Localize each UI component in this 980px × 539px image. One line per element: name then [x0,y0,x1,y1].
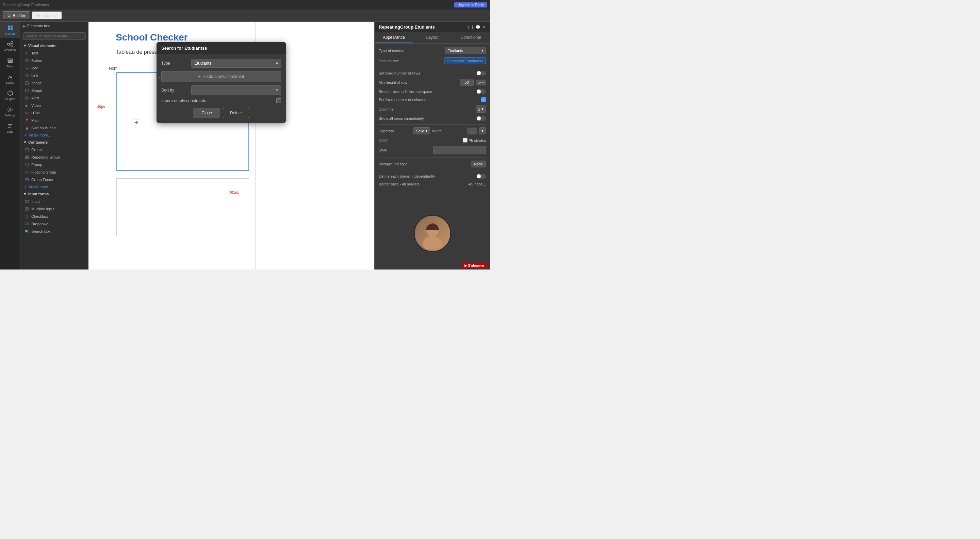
collapse-arrow-button[interactable]: ◀ [133,119,139,125]
ignore-checkbox[interactable] [276,99,281,103]
divider-1 [379,68,486,68]
sidebar-item-search-box[interactable]: 🔍 Search Box [21,227,89,235]
sidebar-bob-label: Built on Bubble [31,126,56,130]
sidebar-searchbox-label: Search Box [31,229,51,234]
fixed-columns-checkbox[interactable]: ✓ [481,97,486,102]
sidebar-item-repeating-group[interactable]: Repeating Group [21,153,89,161]
nav-settings-label: Settings [5,114,16,117]
width-input[interactable] [467,127,477,134]
svg-point-31 [26,179,27,180]
width-unit-select[interactable]: ▾ [479,127,486,134]
add-constraint-plus: + [198,74,201,79]
type-of-content-label: Type of content [379,49,443,53]
help-icon[interactable]: ? [467,25,469,30]
youtube-badge[interactable]: ▶ S'abonner [462,263,487,268]
tab-appearance[interactable]: Appearance [375,32,413,43]
sidebar-item-text[interactable]: T Text [21,49,89,57]
sidebar-item-link[interactable]: Link [21,72,89,79]
tab-layout[interactable]: Layout [413,32,452,43]
nav-styles[interactable]: Styles [0,71,21,87]
sidebar-item-html[interactable]: </> HTML [21,109,89,117]
panel-header-icons: ? ℹ 💬 ✕ [467,25,486,30]
nav-design-label: Design [5,32,14,35]
color-value: #EEEEEE [469,138,486,142]
sidebar-item-popup[interactable]: Popup [21,161,89,169]
tab-responsive[interactable]: Responsive [32,11,63,20]
install-more-containers[interactable]: + Install more... [21,183,89,190]
sidebar-item-group-focus[interactable]: Group Focus [21,176,89,183]
search-input[interactable] [23,32,86,40]
avatar-container [414,215,451,252]
visual-elements-header[interactable]: ▼ Visual elements [21,42,89,49]
sidebar-item-built-on-bubble[interactable]: ◉ Built on Bubble [21,124,89,132]
sidebar-item-group[interactable]: Group [21,146,89,153]
type-select[interactable]: Etudiants ▾ [191,59,281,68]
containers-header[interactable]: ▼ Containers [21,138,89,146]
nav-data[interactable]: Data [0,54,21,71]
svg-rect-11 [8,62,13,63]
sidebar-item-map[interactable]: 📍 Map [21,117,89,124]
tab-conditional[interactable]: Conditional [452,32,490,43]
button-icon [24,58,29,63]
stretch-rows-toggle[interactable] [476,89,486,94]
svg-rect-20 [25,89,28,92]
sidebar-item-alert[interactable]: Alert [21,94,89,102]
min-height-input[interactable] [460,79,474,86]
sidebar-item-checkbox[interactable]: ☑ Checkbox [21,213,89,220]
bg-style-select[interactable]: None [471,161,486,167]
sidebar-search-container [21,30,89,42]
sidebar-item-shape[interactable]: Shape [21,87,89,94]
sidebar-map-label: Map [31,118,38,122]
comment-icon[interactable]: 💬 [476,25,480,30]
nav-logs[interactable]: Logs [0,120,21,136]
install-more-visual[interactable]: + Install more... [21,132,89,138]
nav-settings[interactable]: Settings [0,103,21,120]
sidebar-item-icon[interactable]: ★ Icon [21,64,89,72]
fixed-rows-toggle[interactable] [476,71,486,76]
nav-plugins-label: Plugins [5,97,15,101]
elements-tree-arrow: ▶ [23,24,26,28]
sidebar-item-input[interactable]: Input [21,198,89,205]
close-panel-icon[interactable]: ✕ [482,25,486,30]
input-forms-header[interactable]: ▼ Input forms [21,190,89,198]
nav-workflow[interactable]: Workflow [0,38,21,54]
input-forms-arrow: ▼ [23,192,27,196]
separato-type-select[interactable]: Solid ▾ [414,127,430,134]
delete-button[interactable]: Delete [223,108,249,118]
sidebar-item-multiline-input[interactable]: Multiline Input [21,205,89,213]
search-modal-overlay: Search for Etudiantss Type Etudiants ▾ +… [156,42,286,123]
svg-rect-24 [27,156,29,157]
type-of-content-select[interactable]: Etudiants ▾ [445,47,486,54]
style-input[interactable] [433,146,486,154]
sidebar-item-floating-group[interactable]: Floating Group [21,169,89,176]
border-style-row: Border style - all borders Roundne... [379,182,486,186]
sidebar-item-video[interactable]: ▶ Video [21,102,89,109]
upgrade-button[interactable]: Upgrade to Reply [454,2,487,8]
data-source-select[interactable]: Search for Etudiantss [444,57,486,64]
close-button[interactable]: Close [193,108,220,118]
tab-ui-builder[interactable]: UI Builder [3,11,30,20]
define-border-toggle[interactable] [476,174,486,179]
show-items-toggle[interactable] [476,116,486,121]
type-of-content-arrow: ▾ [482,48,484,53]
min-height-unit[interactable]: px ▾ [476,79,486,86]
sidebar-shape-label: Shape [31,89,42,92]
columns-select[interactable]: 1 ▾ [476,105,486,113]
sidebar-group-focus-label: Group Focus [31,178,53,182]
data-source-row: Data source Search for Etudiantss [379,57,486,64]
sidebar-item-image[interactable]: Image [21,79,89,87]
containers-arrow: ▼ [23,140,27,144]
sort-select[interactable]: ▾ [191,86,281,95]
add-constraint-button[interactable]: + + Add a new constraint [161,71,281,82]
min-height-label: Min height of row [379,80,458,84]
color-picker[interactable]: #EEEEEE [463,138,486,143]
sidebar-item-dropdown[interactable]: Dropdown [21,220,89,227]
header: UI Builder Responsive [0,10,490,22]
sidebar-text-label: Text [31,51,38,55]
info-icon[interactable]: ℹ [472,25,473,30]
nav-design[interactable]: Design [0,22,21,38]
elements-tree-header[interactable]: ▶ Elements tree [21,22,89,30]
nav-plugins[interactable]: Plugins [0,87,21,103]
sidebar-item-button[interactable]: Button [21,57,89,64]
svg-rect-32 [25,200,29,202]
